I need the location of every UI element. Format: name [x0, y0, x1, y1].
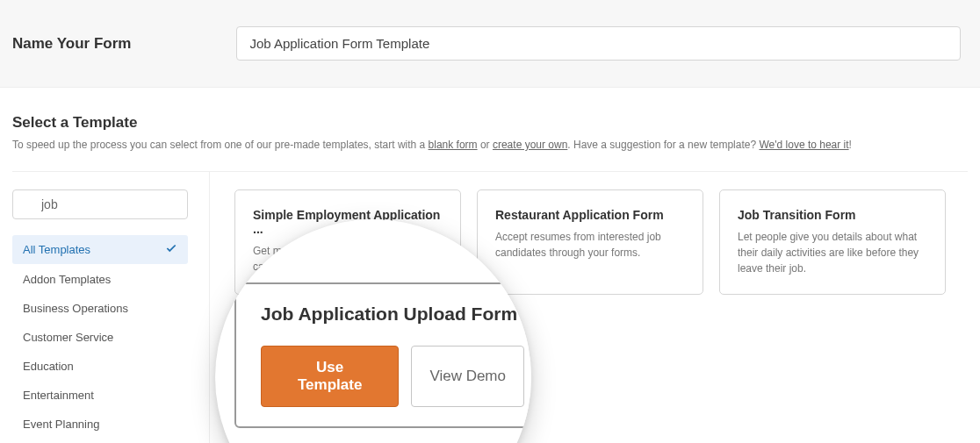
sidebar-item-all-templates[interactable]: All Templates	[12, 235, 188, 264]
filter-label: Education	[23, 360, 74, 373]
sidebar-item-entertainment[interactable]: Entertainment	[12, 382, 188, 409]
filter-label: Entertainment	[23, 389, 94, 402]
filter-label: Addon Templates	[23, 273, 111, 286]
filter-label: Event Planning	[23, 418, 99, 431]
create-your-own-link[interactable]: create your own	[493, 139, 567, 151]
blank-form-link[interactable]: blank form	[429, 139, 478, 151]
sidebar: All Templates Addon Templates Business O…	[12, 172, 210, 443]
sidebar-item-event-planning[interactable]: Event Planning	[12, 411, 188, 438]
subtitle-text-mid: . Have a suggestion for a new template?	[567, 139, 759, 151]
template-card-transition[interactable]: Job Transition Form Let people give you …	[719, 189, 946, 295]
use-template-button[interactable]: Use Template	[261, 346, 399, 407]
template-card-desc: Accept resumes from interested job candi…	[495, 229, 685, 261]
section-title: Select a Template	[12, 114, 968, 132]
template-card-desc: Let people give you details about what t…	[738, 229, 927, 276]
check-icon	[165, 242, 177, 257]
section-subtitle: To speed up the process you can select f…	[12, 137, 968, 154]
template-card-title: Job Transition Form	[738, 208, 927, 222]
filter-label: Customer Service	[23, 331, 113, 344]
form-name-input[interactable]	[236, 26, 961, 61]
template-card-restaurant[interactable]: Restaurant Application Form Accept resum…	[477, 189, 703, 295]
form-name-label: Name Your Form	[12, 35, 131, 53]
filter-list: All Templates Addon Templates Business O…	[12, 235, 209, 438]
filter-label: Business Operations	[23, 302, 128, 315]
sidebar-item-customer-service[interactable]: Customer Service	[12, 324, 188, 351]
search-input[interactable]	[12, 189, 188, 219]
subtitle-text-end: !	[849, 139, 852, 151]
magnified-template-card: Job Application Upload Form Use Template…	[234, 282, 531, 428]
header-bar: Name Your Form	[0, 0, 980, 88]
sidebar-item-business-operations[interactable]: Business Operations	[12, 295, 188, 322]
sidebar-item-education[interactable]: Education	[12, 353, 188, 380]
filter-label: All Templates	[23, 243, 90, 256]
search-wrapper	[12, 189, 188, 235]
view-demo-button[interactable]: View Demo	[411, 346, 524, 407]
section-header: Select a Template To speed up the proces…	[0, 88, 980, 171]
subtitle-text-or: or	[478, 139, 493, 151]
magnified-buttons: Use Template View Demo	[261, 346, 524, 407]
template-card-title: Restaurant Application Form	[495, 208, 685, 222]
magnified-template-title: Job Application Upload Form	[261, 304, 524, 325]
feedback-link[interactable]: We'd love to hear it	[759, 139, 848, 151]
subtitle-text-1: To speed up the process you can select f…	[12, 139, 429, 151]
sidebar-item-addon-templates[interactable]: Addon Templates	[12, 266, 188, 293]
